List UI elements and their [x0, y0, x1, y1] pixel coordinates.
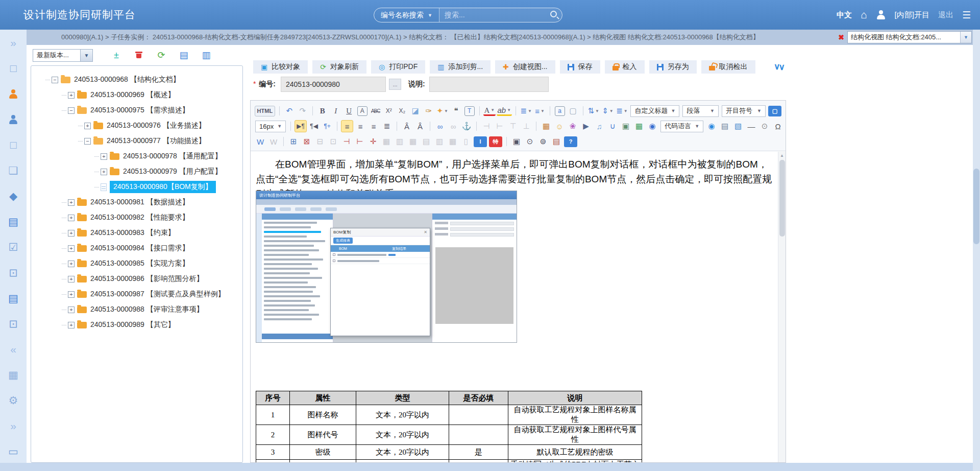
page-scrollbar[interactable] [973, 30, 980, 471]
blockquote-icon[interactable]: ❝ [450, 105, 462, 117]
find-replace-icon[interactable]: ⊚ [537, 135, 549, 148]
editor-content[interactable]: 在BOM管理界面，增加菜单“复制BOM”，用户选择菜单后，即可弹出BOM复制对话… [251, 152, 778, 462]
expand-node-icon[interactable]: + [68, 92, 75, 99]
insert-link-icon[interactable]: ∞ [434, 120, 446, 132]
tree-item[interactable]: 240513-0000980【BOM复制】 [31, 179, 242, 195]
merge-down-icon[interactable]: ▦ [407, 135, 419, 148]
chevron-down-icon[interactable]: ▼ [960, 32, 971, 43]
table-row-icon[interactable]: ▥ [433, 135, 446, 148]
text-tool-button[interactable]: I [474, 136, 487, 147]
superscript-icon[interactable]: X² [383, 105, 395, 117]
table-properties-icon[interactable]: ⊟ [314, 135, 326, 148]
ltr-paragraph-icon[interactable]: ▶¶ [295, 120, 307, 132]
home-icon[interactable]: ⌂ [861, 9, 867, 21]
tree-item[interactable]: +240513-0000988 【评审注意事项】 [31, 302, 242, 317]
align-left-icon[interactable]: ≡ [341, 120, 353, 132]
tree-item[interactable]: +240513-0000986 【影响范围分析】 [31, 271, 242, 287]
magic-clean-icon[interactable]: ✦▼ [436, 105, 449, 117]
refresh-icon[interactable]: ⟳ [156, 50, 166, 61]
redo-icon[interactable]: ↷ [297, 105, 309, 117]
windows-stack-icon[interactable]: ❏ [7, 164, 20, 177]
检入-button[interactable]: 检入 [605, 60, 645, 74]
user-permission-icon[interactable] [7, 88, 20, 100]
expand-node-icon[interactable]: + [68, 230, 75, 237]
chevron-down-icon[interactable]: ▼ [80, 50, 92, 61]
对象刷新-button[interactable]: ⟳对象刷新 [312, 60, 366, 74]
保存-button[interactable]: 保存 [560, 60, 600, 74]
word-doc-icon[interactable]: W [267, 135, 280, 148]
insert-image-icon[interactable]: ▦ [540, 120, 552, 132]
insert-audio-icon[interactable]: ♫ [593, 120, 605, 132]
emoji-icon[interactable]: ☺ [553, 120, 566, 132]
html-source-button[interactable]: HTML [255, 106, 275, 116]
expand-node-icon[interactable]: + [101, 153, 107, 160]
expand-right2-icon[interactable]: » [7, 420, 20, 432]
align-justify-icon[interactable]: ≣ [381, 120, 393, 132]
split-cell-icon[interactable]: ✛ [367, 135, 379, 148]
photo-frame-icon[interactable]: ▣ [620, 120, 632, 132]
collapse-toolbar-icon[interactable]: ∨ [774, 61, 780, 72]
special-format-button[interactable]: 特 [489, 136, 502, 147]
indent-bottom-icon[interactable]: ⊥ [520, 120, 532, 132]
user-edit-icon[interactable] [7, 113, 20, 126]
compass-icon[interactable]: ◉ [646, 120, 658, 132]
tree-item[interactable]: +240513-0000981 【数据描述】 [31, 195, 242, 210]
insert-column-icon[interactable]: ⊢ [354, 135, 366, 148]
task-card-icon[interactable]: ☑ [7, 241, 20, 253]
sort-paragraph-icon[interactable]: ≣▼ [615, 105, 628, 117]
expand-right-icon[interactable]: » [7, 37, 20, 49]
document-list2-icon[interactable]: ▤ [7, 292, 20, 304]
取消检出-button[interactable]: 取消检出 [701, 60, 755, 74]
font-color-icon[interactable]: A▼ [483, 106, 496, 116]
italic-icon[interactable]: I [330, 105, 342, 117]
highlight-color-icon[interactable]: ab▼ [497, 106, 512, 116]
special-char-icon[interactable]: Ω [772, 120, 784, 132]
insert-video-icon[interactable]: ▶ [580, 120, 592, 132]
add-node-icon[interactable]: ± [111, 50, 121, 61]
paste-plain-text-icon[interactable]: T [464, 106, 475, 116]
monitor-view-icon[interactable]: ⊡ [7, 267, 20, 279]
insert-time-icon[interactable]: ⊙ [758, 120, 771, 132]
tree-item[interactable]: +240513-0000984 【接口需求】 [31, 241, 242, 256]
expand-node-icon[interactable]: + [68, 291, 75, 298]
palette-icon[interactable]: ❀ [567, 120, 579, 132]
expand-node-icon[interactable]: + [68, 322, 75, 328]
paste-icon[interactable]: ▤ [550, 135, 562, 148]
font-size-select[interactable]: 16px▼ [255, 121, 286, 132]
text-border-icon[interactable]: A [357, 106, 368, 116]
merge-right-icon[interactable]: ▥ [394, 135, 406, 148]
blank-page-icon[interactable]: ▢ [567, 105, 579, 117]
expand-node-icon[interactable]: + [101, 169, 107, 175]
比较对象-button[interactable]: ▣比较对象 [253, 60, 308, 74]
editor-scrollbar-thumb[interactable] [779, 160, 785, 237]
help-button[interactable]: ? [564, 136, 577, 147]
tree-item[interactable]: +240513-0000979 【用户配置】 [31, 164, 242, 179]
letter-spacing-down-icon[interactable]: Â [414, 120, 426, 132]
tree-item[interactable]: +240513-0000976 【业务描述】 [31, 118, 242, 133]
search-category-dropdown[interactable]: 编号名称搜索 ▼ [374, 8, 439, 22]
另存为-button[interactable]: 另存为 [649, 60, 697, 74]
anchor-icon[interactable]: ⚓ [460, 120, 473, 132]
document-list-icon[interactable]: ▤ [7, 216, 20, 228]
rtl-paragraph-icon[interactable]: ¶◀ [308, 120, 320, 132]
code-language-select[interactable]: 代码语言▼ [660, 121, 703, 132]
close-icon[interactable]: ✖ [838, 33, 844, 41]
添加到剪...-button[interactable]: ▥添加到剪... [430, 60, 491, 74]
tree-item[interactable]: +240513-0000987 【测试要点及典型样例】 [31, 287, 242, 302]
version-dropdown[interactable]: 最新版本... ▼ [33, 49, 93, 62]
indent-right-icon[interactable]: ⊢ [494, 120, 506, 132]
scroll-up-icon[interactable]: ▲ [778, 152, 786, 158]
remove-link-icon[interactable]: ∞ [447, 120, 459, 132]
page-scrollbar-thumb[interactable] [973, 169, 979, 244]
editor-scrollbar[interactable]: ▲ [778, 152, 786, 462]
tree-item[interactable]: +240513-0000985 【实现方案】 [31, 256, 242, 271]
subscript-icon[interactable]: X₂ [396, 105, 408, 117]
expand-node-icon[interactable]: + [68, 307, 75, 313]
horizontal-rule-icon[interactable]: — [745, 120, 757, 132]
search-doc-icon[interactable]: ▥ [201, 50, 211, 61]
document-icon[interactable]: ▤ [179, 50, 189, 61]
tree-item[interactable]: −240513-0000977 【功能描述】 [31, 133, 242, 149]
tree-item[interactable]: +240513-0000978 【通用配置】 [31, 149, 242, 164]
align-center-icon[interactable]: ≡ [354, 120, 366, 132]
folder-archive-icon[interactable]: ▭ [7, 445, 20, 458]
